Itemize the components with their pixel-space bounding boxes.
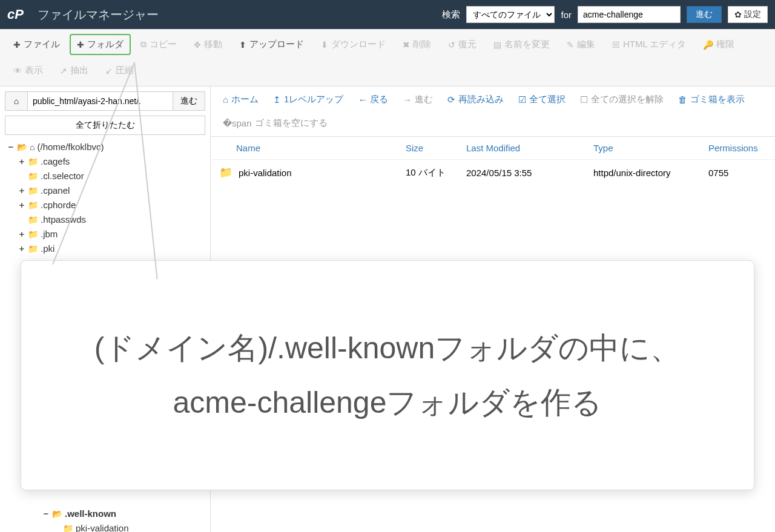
- permissions-button[interactable]: 🔑権限: [696, 34, 742, 55]
- tree-item-label[interactable]: .pki: [41, 241, 54, 256]
- for-label: for: [561, 10, 572, 20]
- check-icon: ☑: [518, 94, 526, 105]
- home-button[interactable]: ⌂: [5, 91, 28, 111]
- tree-root-label[interactable]: (/home/fkoklbvc): [37, 140, 104, 154]
- table-row[interactable]: 📁 pki-validation 10 バイト 2024/05/15 3:55 …: [211, 160, 775, 185]
- edit-button[interactable]: ✎編集: [559, 34, 602, 55]
- tree-item-label[interactable]: .jbm: [41, 227, 58, 241]
- col-name-header[interactable]: Name: [219, 143, 406, 153]
- restore-button[interactable]: ↺復元: [441, 34, 484, 55]
- folder-icon: 📁: [28, 199, 38, 212]
- settings-button[interactable]: ✿ 設定: [728, 6, 768, 23]
- up-action[interactable]: ↥1レベルアップ: [267, 91, 349, 108]
- download-button[interactable]: ⬇ダウンロード: [314, 34, 393, 55]
- home-action[interactable]: ⌂ホーム: [217, 91, 265, 108]
- tree-item-wellknown[interactable]: −📂.well-known: [42, 507, 205, 521]
- back-icon: ←: [358, 94, 367, 105]
- trash-icon: �span: [223, 118, 252, 129]
- tree-item-label[interactable]: .htpasswds: [41, 212, 86, 227]
- home-icon: ⌂: [14, 96, 19, 106]
- extract-button[interactable]: ↗抽出: [53, 60, 96, 81]
- html-icon: ☒: [612, 40, 620, 50]
- expander-icon[interactable]: +: [18, 227, 25, 241]
- pencil-icon: ✎: [567, 40, 574, 50]
- file-button[interactable]: ✚ファイル: [6, 34, 67, 55]
- search-go-button[interactable]: 進む: [687, 6, 722, 23]
- view-button[interactable]: 👁表示: [6, 60, 50, 81]
- rename-button[interactable]: ▤名前を変更: [486, 34, 557, 55]
- selectall-action[interactable]: ☑全て選択: [512, 91, 572, 108]
- edit-label: 編集: [577, 39, 595, 50]
- expander-icon[interactable]: −: [42, 507, 50, 521]
- forward-action-label: 進む: [415, 94, 433, 105]
- tree-item[interactable]: +📁.jbm: [18, 227, 205, 241]
- tree-root[interactable]: − 📂 ⌂ (/home/fkoklbvc): [7, 140, 205, 154]
- expander-icon[interactable]: −: [7, 140, 15, 154]
- tree-item-label[interactable]: .well-known: [65, 507, 116, 521]
- row-perm: 0755: [708, 168, 767, 178]
- col-date-header[interactable]: Last Modified: [466, 143, 593, 153]
- cpanel-logo: cP: [7, 7, 31, 22]
- move-button[interactable]: ✥移動: [186, 34, 229, 55]
- col-size-header[interactable]: Size: [406, 143, 466, 153]
- row-date: 2024/05/15 3:55: [466, 168, 593, 178]
- tree-item-label[interactable]: .cagefs: [41, 154, 70, 169]
- key-icon: 🔑: [703, 40, 713, 50]
- up-action-label: 1レベルアップ: [284, 94, 343, 105]
- path-row: ⌂ 進む: [5, 91, 205, 111]
- reload-action[interactable]: ⟳再読み込み: [441, 91, 510, 108]
- tree-item-label[interactable]: .cl.selector: [41, 169, 84, 183]
- delete-button[interactable]: ✖削除: [395, 34, 438, 55]
- upload-label: アップロード: [249, 39, 304, 50]
- rename-icon: ▤: [493, 40, 501, 50]
- tree-item[interactable]: 📁.cl.selector: [18, 169, 205, 183]
- emptytrash-action[interactable]: �spanゴミ箱を空にする: [217, 115, 334, 131]
- copy-button[interactable]: ⧉コピー: [133, 34, 184, 55]
- tree-item-label[interactable]: pki-validation: [76, 521, 129, 532]
- settings-label: 設定: [744, 9, 761, 20]
- folder-icon: 📁: [28, 213, 38, 226]
- folder-icon: 📁: [28, 184, 38, 197]
- expander-icon[interactable]: +: [18, 154, 25, 169]
- trash-icon: 🗑: [678, 94, 687, 105]
- tree-item[interactable]: +📁.cpanel: [18, 183, 205, 198]
- folder-icon: 📁: [28, 228, 38, 241]
- col-perm-header[interactable]: Permissions: [708, 143, 767, 153]
- viewtrash-action[interactable]: 🗑ゴミ箱を表示: [672, 91, 751, 108]
- uncheck-icon: ☐: [580, 94, 588, 105]
- expander-icon[interactable]: +: [18, 183, 25, 198]
- tree-item[interactable]: +📁.cphorde: [18, 198, 205, 212]
- expander-icon[interactable]: +: [18, 198, 25, 212]
- col-type-header[interactable]: Type: [593, 143, 708, 153]
- row-name: 📁 pki-validation: [219, 166, 406, 179]
- home-icon: ⌂: [30, 140, 35, 154]
- folder-icon: 📁: [63, 522, 73, 532]
- viewtrash-action-label: ゴミ箱を表示: [690, 94, 745, 105]
- tree-item[interactable]: 📁.htpasswds: [18, 212, 205, 227]
- expander-icon[interactable]: +: [18, 241, 25, 256]
- folder-label: フォルダ: [87, 39, 124, 50]
- gear-icon: ✿: [734, 10, 742, 19]
- folder-button[interactable]: ✚フォルダ: [70, 34, 131, 55]
- back-action[interactable]: ←戻る: [352, 91, 394, 108]
- forward-action[interactable]: →進む: [397, 91, 439, 108]
- tree-item[interactable]: +📁.cagefs: [18, 154, 205, 169]
- search-input[interactable]: [578, 6, 681, 23]
- row-size: 10 バイト: [406, 167, 466, 179]
- upload-button[interactable]: ⬆アップロード: [232, 34, 311, 55]
- path-go-button[interactable]: 進む: [173, 91, 205, 111]
- action-bar: ⌂ホーム ↥1レベルアップ ←戻る →進む ⟳再読み込み ☑全て選択 ☐全ての選…: [211, 87, 775, 137]
- search-scope-select[interactable]: すべてのファイル: [466, 6, 555, 23]
- callout-line2: acme-challengeフォルダを作る: [173, 386, 602, 419]
- upload-icon: ⬆: [239, 40, 246, 50]
- row-name-text: pki-validation: [239, 168, 292, 178]
- path-input[interactable]: [28, 91, 173, 111]
- tree-item[interactable]: +📁.pki: [18, 241, 205, 256]
- deselect-action[interactable]: ☐全ての選択を解除: [574, 91, 670, 108]
- tree-item-label[interactable]: .cpanel: [41, 183, 70, 198]
- tree-item-label[interactable]: .cphorde: [41, 198, 76, 212]
- forward-icon: →: [403, 94, 412, 105]
- restore-icon: ↺: [448, 40, 455, 50]
- htmleditor-button[interactable]: ☒HTML エディタ: [605, 34, 693, 55]
- tree-item-pki[interactable]: 📁pki-validation: [53, 521, 205, 532]
